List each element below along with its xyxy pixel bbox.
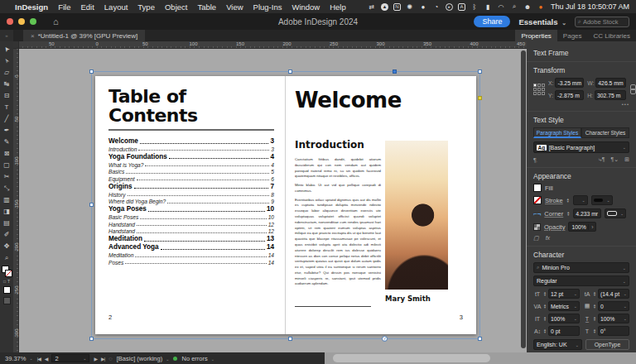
rectangle-tool-icon[interactable]: ▢ <box>1 160 12 170</box>
baseline-shift-field[interactable]: A↕▲▼0 pt <box>533 326 580 336</box>
width-field[interactable]: 426.5 mm <box>595 78 625 88</box>
effects-icon[interactable]: fx <box>546 235 550 242</box>
gap-tool-icon[interactable]: ↹ <box>1 79 12 89</box>
baseline-shift-field-value[interactable]: 0 pt <box>548 326 580 336</box>
frame-tool-icon[interactable]: ⊠ <box>1 148 12 159</box>
stepper-icon[interactable]: ▲▼ <box>543 316 547 322</box>
stroke-style-dropdown[interactable]: ⌄ <box>591 195 613 205</box>
eyedropper-tool-icon[interactable]: ✐ <box>1 229 12 240</box>
bluetooth-icon[interactable]: ᛒ <box>470 2 479 11</box>
formatting-text-icon[interactable]: T <box>7 279 10 284</box>
last-page-button[interactable]: ▶| <box>101 356 104 362</box>
page-3-welcome[interactable]: Welcome Introduction Caectatium fittibus… <box>286 76 476 334</box>
skew-field-value[interactable]: 0° <box>598 326 629 336</box>
horizontal-scrollbar-thumb[interactable] <box>333 354 490 362</box>
font-style-dropdown[interactable]: Regular ⌄ <box>533 275 629 286</box>
canvas-vertical-scrollbar[interactable] <box>521 50 526 348</box>
selection-handle-bottom-center[interactable] <box>288 337 292 341</box>
fill-stroke-swatches[interactable] <box>2 266 12 277</box>
stroke-weight-stepper[interactable]: ▲▼ <box>566 198 570 204</box>
skew-field[interactable]: T▲▼0° <box>583 326 629 336</box>
transform-more-options[interactable]: ••• <box>533 102 629 107</box>
opacity-label[interactable]: Opacity <box>544 223 565 231</box>
stepper-icon[interactable]: ▲▼ <box>543 304 547 309</box>
screen-time-icon[interactable]: ◔ <box>432 2 441 11</box>
font-size-field[interactable]: tT▲▼12 pt⌄ <box>533 289 580 299</box>
selection-handle-bottom-right[interactable] <box>478 337 482 341</box>
menu-object[interactable]: Object <box>165 2 187 12</box>
menu-window[interactable]: Window <box>292 2 320 12</box>
notes-app-icon[interactable]: N <box>393 3 401 11</box>
play-badge-icon[interactable]: ▲ <box>381 3 388 11</box>
previous-page-button[interactable]: ◀ <box>45 356 48 362</box>
zoom-level-dropdown[interactable]: 39.37%⌄ <box>5 355 33 362</box>
globe-badge-icon[interactable]: ✺ <box>406 2 414 11</box>
menu-plug-ins[interactable]: Plug-Ins <box>253 2 282 12</box>
tab-character-styles[interactable]: Character Styles <box>581 127 629 138</box>
paragraph-mark-icon[interactable]: ¶. <box>533 157 537 163</box>
panel-tab-pages[interactable]: Pages <box>557 30 588 41</box>
toolbar-collapse-icon[interactable]: » <box>0 30 13 41</box>
corner-options-handle[interactable] <box>478 96 482 100</box>
corner-label[interactable]: Corner <box>544 210 563 218</box>
wifi-icon[interactable]: ◠ <box>497 2 505 11</box>
stroke-label[interactable]: Stroke <box>545 197 563 204</box>
workspace-switcher[interactable]: Essentials ⌄ <box>518 17 566 26</box>
line-tool-icon[interactable]: ╱ <box>1 113 12 124</box>
type-tool-icon[interactable]: T <box>1 102 12 113</box>
menu-layout[interactable]: Layout <box>104 2 128 12</box>
close-tab-icon[interactable]: × <box>31 32 35 40</box>
close-window-button[interactable] <box>7 18 13 25</box>
stepper-icon[interactable]: ▲▼ <box>593 304 596 309</box>
kerning-field[interactable]: VA▲▼Metrics⌄ <box>533 301 580 311</box>
meditation-photo[interactable] <box>385 141 448 290</box>
stroke-color-swatch[interactable] <box>533 196 542 204</box>
content-collector-tool-icon[interactable]: ⊟ <box>1 90 12 101</box>
selection-handle-top-left[interactable] <box>89 69 94 74</box>
menu-table[interactable]: Table <box>197 2 216 12</box>
stepper-icon[interactable]: ▲▼ <box>543 291 547 297</box>
paragraph-style-dropdown[interactable]: Ag [Basic Paragraph] ⌄ <box>533 141 629 153</box>
kerning-field-value[interactable]: Metrics⌄ <box>548 301 580 311</box>
reference-point-grid[interactable] <box>533 84 545 95</box>
vertical-ruler[interactable]: 050100150200250300 <box>13 49 19 352</box>
menu-help[interactable]: Help <box>330 2 346 12</box>
page-number-field[interactable]: 2⌄ <box>51 354 89 362</box>
note-tool-icon[interactable]: ▤ <box>1 218 12 228</box>
spotlight-icon[interactable]: ⌕ <box>510 2 518 11</box>
horizontal-scale-field[interactable]: T̲▲▼100%⌄ <box>583 314 629 323</box>
gradient-tool-icon[interactable]: ▥ <box>1 194 12 205</box>
zoom-tool-icon[interactable]: ⌕ <box>1 252 12 263</box>
battery-icon[interactable]: ▮ <box>484 2 492 11</box>
corner-style-dropdown[interactable]: ⌄ <box>605 208 626 218</box>
selection-handle-mid-left[interactable] <box>89 203 94 207</box>
font-size-field-value[interactable]: 12 pt⌄ <box>548 289 580 299</box>
formatting-container-icon[interactable]: □ <box>3 279 6 284</box>
horizontal-ruler[interactable]: 50050100150200250300350400450 <box>13 41 527 49</box>
opentype-button[interactable]: OpenType <box>585 339 629 350</box>
menu-file[interactable]: File <box>58 2 70 12</box>
first-page-button[interactable]: |◀ <box>37 356 41 362</box>
media-circle-icon[interactable]: ▸ <box>446 3 453 11</box>
minimize-window-button[interactable] <box>18 18 25 25</box>
page-spread[interactable]: Table of Contents Welcome3Introduction3Y… <box>95 76 476 334</box>
leading-field-value[interactable]: (14.4 pt⌄ <box>598 289 629 299</box>
stepper-icon[interactable]: ▲▼ <box>593 291 596 297</box>
horizontal-scrollbar[interactable] <box>325 352 636 364</box>
text-anchor-icon[interactable]: f <box>382 336 388 342</box>
horizontal-scale-field-value[interactable]: 100%⌄ <box>598 314 629 323</box>
leading-field[interactable]: tA▲▼(14.4 pt⌄ <box>583 289 629 299</box>
ruler-origin-box[interactable] <box>13 41 19 49</box>
adobe-stock-search[interactable]: ⌕ <box>575 17 629 27</box>
app-dot-icon[interactable]: ● <box>419 2 427 11</box>
y-position-field[interactable]: -2.875 m <box>555 90 584 100</box>
stepper-icon[interactable]: ▲▼ <box>593 316 596 322</box>
scissors-tool-icon[interactable]: ✂ <box>1 171 12 182</box>
stepper-icon[interactable]: ▲▼ <box>543 328 547 334</box>
home-icon[interactable]: ⌂ <box>53 17 59 26</box>
corner-radius-stepper[interactable]: ▲▼ <box>566 211 570 217</box>
free-transform-tool-icon[interactable]: ⤡ <box>1 183 12 194</box>
vertical-scale-field[interactable]: IT▲▼100%⌄ <box>533 314 580 323</box>
selection-handle-bottom-left[interactable] <box>89 337 94 341</box>
tab-paragraph-styles[interactable]: Paragraph Styles <box>533 127 581 138</box>
